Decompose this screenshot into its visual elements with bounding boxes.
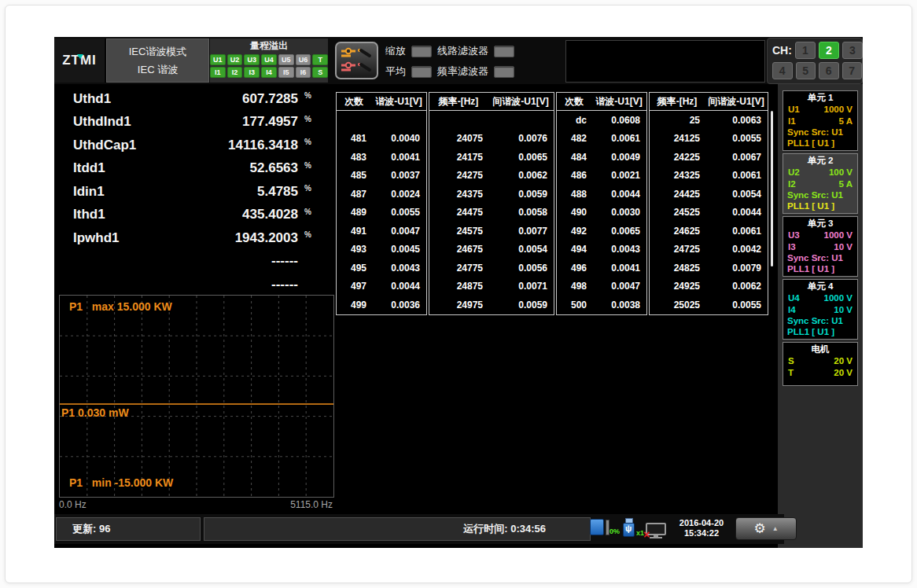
channel-button-1[interactable]: 1 bbox=[795, 42, 816, 59]
freq-filter-indicator[interactable] bbox=[494, 66, 514, 78]
filter-row-1: 缩放 线路滤波器 bbox=[385, 43, 562, 59]
overflow-chip-i4: I4 bbox=[261, 67, 277, 78]
table-cell: 496 bbox=[557, 263, 593, 274]
unit-row: I310 V bbox=[783, 241, 857, 253]
table-cell: 25 bbox=[650, 115, 706, 126]
table-row: 4910.0047 bbox=[337, 222, 426, 241]
channel-label: CH: bbox=[772, 44, 792, 57]
channel-button-2[interactable]: 2 bbox=[819, 42, 839, 59]
table-cell: 24425 bbox=[650, 189, 706, 200]
unit-value: 1000 V bbox=[824, 292, 853, 304]
unit-param: I2 bbox=[788, 178, 796, 190]
table-row: 4880.0044 bbox=[557, 185, 646, 204]
table-cell: 0.0079 bbox=[706, 263, 768, 274]
unit-pll: PLL1 [ U1 ] bbox=[783, 200, 857, 211]
table-cell: 0.0062 bbox=[706, 281, 768, 292]
usb-icon: ψ bbox=[622, 518, 635, 537]
table-cell: 24325 bbox=[650, 170, 706, 181]
average-label: 平均 bbox=[385, 64, 406, 79]
table-header-row: 频率-[Hz]间谐波-U1[V] bbox=[429, 93, 554, 111]
table-row: 4900.0030 bbox=[557, 204, 646, 222]
storage-percent: 0% bbox=[609, 527, 620, 535]
measurement-row: UthdInd1177.4957% bbox=[73, 111, 320, 134]
table-header-row: 频率-[Hz]间谐波-U1[V] bbox=[650, 93, 768, 111]
measurement-value: 177.4957 bbox=[175, 114, 298, 130]
table-row: 4990.0036 bbox=[337, 296, 426, 314]
channel-row-2: 4567 bbox=[768, 62, 862, 79]
table-cell: 499 bbox=[337, 300, 373, 311]
measurement-value: 1943.2003 bbox=[175, 230, 298, 246]
network-disconnected-icon: × bbox=[646, 523, 668, 540]
table-cell: 490 bbox=[557, 207, 593, 218]
table-row: 241750.0065 bbox=[429, 148, 554, 167]
channel-button-3[interactable]: 3 bbox=[842, 42, 863, 59]
line-filter-indicator[interactable] bbox=[494, 46, 514, 57]
unit-panel-2: 单元 2U2100 VI25 ASync Src: U1PLL1 [ U1 ] bbox=[783, 153, 858, 214]
table-header-cell: 间谐波-U1[V] bbox=[706, 95, 768, 108]
unit-sidebar: 单元 1U11000 VI15 ASync Src: U1PLL1 [ U1 ]… bbox=[778, 84, 863, 548]
channel-button-6[interactable]: 6 bbox=[819, 62, 839, 79]
table-cell: 0.0055 bbox=[373, 207, 426, 218]
table-cell: 24075 bbox=[429, 133, 489, 144]
table-cell: 0.0067 bbox=[706, 152, 768, 163]
freq-filter-label: 频率滤波器 bbox=[437, 64, 488, 79]
table-cell: 25025 bbox=[650, 300, 706, 311]
unit-panel-1: 单元 1U11000 VI15 ASync Src: U1PLL1 [ U1 ] bbox=[783, 90, 858, 151]
wiring-toggle-button[interactable] bbox=[335, 42, 378, 79]
table-cell: 0.0036 bbox=[373, 300, 426, 311]
table-row: 4970.0044 bbox=[337, 277, 426, 296]
settings-button[interactable]: ⚙ ▲ bbox=[735, 517, 797, 540]
table-row: 246750.0054 bbox=[429, 241, 554, 259]
table-cell: 24675 bbox=[429, 244, 489, 255]
table-header-row: 次数谐波-U1[V] bbox=[337, 93, 426, 111]
measurement-row: ------ bbox=[73, 250, 320, 274]
table-cell: 0.0063 bbox=[706, 115, 768, 126]
zoom-indicator[interactable] bbox=[411, 46, 432, 57]
table-cell: 494 bbox=[557, 244, 593, 255]
unit-row: U31000 V bbox=[783, 230, 857, 241]
measurement-name: Itdd1 bbox=[73, 160, 175, 176]
unit-value: 1000 V bbox=[824, 104, 853, 116]
table-cell: 0.0071 bbox=[489, 281, 554, 292]
table-row bbox=[429, 111, 554, 130]
unit-row: I15 A bbox=[783, 116, 857, 127]
unit-param: I3 bbox=[788, 241, 796, 253]
table-cell: 0.0065 bbox=[489, 152, 554, 163]
overflow-chip-u4: U4 bbox=[261, 54, 277, 65]
channel-button-7[interactable]: 7 bbox=[842, 62, 863, 79]
measurement-value: 5.4785 bbox=[175, 184, 298, 200]
spectrum-chart: P1 max 15.000 KW P1 0.030 mW P1 min -15.… bbox=[59, 295, 334, 513]
overflow-chip-i3: I3 bbox=[244, 67, 260, 78]
chart-value-label: P1 0.030 mW bbox=[61, 406, 129, 419]
unit-pll: PLL1 [ U1 ] bbox=[783, 138, 857, 149]
table-row: 240750.0076 bbox=[429, 130, 554, 149]
motor-panel: 电机S20 VT20 V bbox=[783, 342, 858, 386]
table-row: 247250.0042 bbox=[650, 241, 768, 259]
table-row: 4820.0061 bbox=[557, 130, 646, 149]
measurement-value: ------ bbox=[175, 253, 298, 269]
table-row: 4810.0040 bbox=[337, 130, 426, 149]
channel-button-4[interactable]: 4 bbox=[772, 62, 793, 79]
unit-value: 5 A bbox=[839, 178, 853, 190]
measurement-row: Ithd1435.4028% bbox=[73, 204, 320, 227]
table-row: 4980.0047 bbox=[557, 277, 646, 296]
table-cell: 0.0062 bbox=[489, 170, 554, 181]
measurement-unit: % bbox=[298, 184, 320, 193]
table-cell: 491 bbox=[337, 226, 373, 237]
channel-button-5[interactable]: 5 bbox=[796, 62, 816, 79]
unit-pll: PLL1 [ U1 ] bbox=[783, 326, 857, 337]
average-indicator[interactable] bbox=[411, 66, 432, 78]
measurement-value: 607.7285 bbox=[175, 91, 298, 107]
table-row: 243250.0061 bbox=[650, 167, 768, 186]
table-cell: 0.0044 bbox=[373, 281, 426, 292]
unit-value: 5 A bbox=[839, 116, 853, 127]
table-cell: 0.0041 bbox=[593, 263, 646, 274]
table-cell: 24925 bbox=[650, 281, 706, 292]
table-cell: 0.0044 bbox=[593, 189, 646, 200]
chart-min-label: P1 min -15.000 KW bbox=[69, 476, 173, 489]
table-cell: 497 bbox=[337, 281, 373, 292]
table-cell: 0.0043 bbox=[373, 263, 426, 274]
table-cell: 0.0055 bbox=[706, 133, 768, 144]
table-scrollbar[interactable] bbox=[771, 111, 773, 266]
measurement-name: Uthd1 bbox=[73, 91, 175, 107]
